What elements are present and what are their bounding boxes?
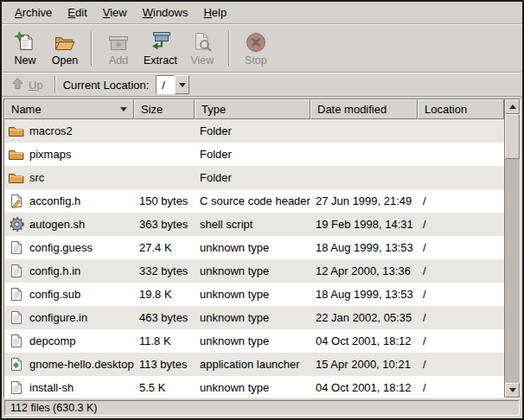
- file-size: 363 bytes: [134, 218, 195, 231]
- column-header-date-modified[interactable]: Date modified: [310, 99, 418, 119]
- file-type: unknown type: [195, 241, 310, 254]
- column-header-type[interactable]: Type: [195, 99, 310, 119]
- new-archive-icon: [14, 31, 36, 54]
- location-combobox[interactable]: /: [156, 75, 189, 94]
- file-name: pixmaps: [29, 148, 71, 161]
- file-name: autogen.sh: [29, 218, 85, 231]
- shell-script-icon: [7, 217, 26, 232]
- file-name-cell: pixmaps: [4, 148, 134, 162]
- table-row[interactable]: pixmapsFolder: [4, 143, 504, 166]
- toolbar-button-label: New: [14, 54, 35, 67]
- column-header-name[interactable]: Name: [4, 99, 134, 119]
- column-header-location[interactable]: Location: [418, 99, 504, 119]
- view-button: View: [182, 27, 222, 70]
- open-archive-icon: [54, 31, 76, 54]
- status-text: 112 files (630.3 K): [10, 402, 98, 414]
- scrollbar-track[interactable]: [505, 159, 520, 383]
- column-header-name-label: Name: [11, 103, 42, 116]
- toolbar-button-label: Extract: [144, 54, 177, 67]
- file-size: 150 bytes: [134, 194, 195, 207]
- file-date-modified: 22 Jan 2002, 05:35: [310, 311, 418, 324]
- file-list: Name Size Type Date modified Location ma…: [3, 99, 521, 398]
- table-row[interactable]: gnome-hello.desktop113 bytesapplication …: [4, 353, 504, 376]
- chevron-down-icon: [179, 83, 186, 87]
- file-name-cell: depcomp: [4, 334, 134, 348]
- file-name: gnome-hello.desktop: [29, 358, 134, 371]
- archive-manager-window: Archive Edit View Windows Help NewOpenAd…: [0, 0, 524, 420]
- open-button[interactable]: Open: [45, 27, 85, 70]
- extract-button[interactable]: Extract: [138, 27, 182, 70]
- menu-windows[interactable]: Windows: [135, 3, 196, 22]
- document-icon: [7, 264, 26, 278]
- file-location: /: [418, 311, 504, 324]
- toolbar-button-label: Add: [109, 54, 128, 67]
- table-row[interactable]: macros2Folder: [4, 119, 504, 143]
- toolbar: NewOpenAddExtractViewStop: [2, 24, 522, 73]
- file-name: depcomp: [29, 334, 75, 347]
- up-button: Up: [7, 75, 48, 94]
- table-row[interactable]: config.sub19.8 Kunknown type18 Aug 1999,…: [4, 283, 504, 306]
- file-date-modified: 12 Apr 2000, 13:36: [310, 264, 418, 277]
- file-type: Folder: [195, 171, 310, 184]
- toolbar-button-label: Open: [52, 54, 79, 67]
- file-size: 27.4 K: [134, 241, 195, 254]
- folder-icon: [7, 124, 26, 138]
- file-name-cell: autogen.sh: [4, 217, 134, 232]
- location-dropdown-button[interactable]: [175, 75, 189, 94]
- file-type: unknown type: [195, 264, 310, 277]
- column-headers: Name Size Type Date modified Location: [4, 99, 504, 119]
- file-name: config.h.in: [29, 264, 80, 277]
- menubar: Archive Edit View Windows Help: [2, 2, 522, 24]
- scrollbar-down-button[interactable]: [505, 383, 520, 398]
- file-date-modified: 27 Jun 1999, 21:49: [310, 194, 418, 207]
- file-location: /: [418, 381, 504, 394]
- file-size: 5.5 K: [134, 381, 195, 394]
- file-name-cell: src: [4, 171, 134, 185]
- file-name-cell: config.guess: [4, 240, 134, 255]
- scrollbar-thumb[interactable]: [505, 114, 520, 159]
- file-name-cell: macros2: [4, 124, 134, 138]
- file-date-modified: 19 Feb 1998, 14:31: [310, 218, 418, 231]
- location-value[interactable]: /: [156, 75, 175, 94]
- scroll-up-icon: [509, 105, 516, 109]
- file-size: 11.8 K: [134, 334, 195, 347]
- toolbar-button-label: Stop: [245, 54, 267, 67]
- status-bar: 112 files (630.3 K): [4, 400, 520, 416]
- column-header-size[interactable]: Size: [134, 99, 195, 119]
- file-name: configure.in: [29, 311, 87, 324]
- menu-view[interactable]: View: [95, 3, 135, 22]
- table-row[interactable]: configure.in463 bytesunknown type22 Jan …: [4, 306, 504, 329]
- table-row[interactable]: srcFolder: [4, 166, 504, 189]
- folder-icon: [7, 171, 26, 185]
- document-icon: [7, 240, 26, 255]
- file-name-cell: configure.in: [4, 310, 134, 325]
- table-row[interactable]: autogen.sh363 bytesshell script19 Feb 19…: [4, 213, 504, 236]
- document-icon: [7, 310, 26, 325]
- document-icon: [7, 287, 26, 302]
- location-bar-separator: [54, 76, 56, 93]
- table-row[interactable]: config.h.in332 bytesunknown type12 Apr 2…: [4, 259, 504, 283]
- c-header-file-icon: [7, 194, 26, 208]
- table-row[interactable]: acconfig.h150 bytesC source code header2…: [4, 189, 504, 213]
- file-name: config.guess: [29, 241, 93, 254]
- file-size: 19.8 K: [134, 288, 195, 301]
- add-button: Add: [99, 27, 138, 70]
- new-button[interactable]: New: [5, 27, 45, 70]
- table-row[interactable]: depcomp11.8 Kunknown type04 Oct 2001, 18…: [4, 329, 504, 353]
- file-date-modified: 04 Oct 2001, 18:12: [310, 381, 418, 394]
- up-arrow-icon: [11, 77, 24, 92]
- file-type: unknown type: [195, 381, 310, 394]
- vertical-scrollbar[interactable]: [504, 99, 520, 398]
- menu-edit[interactable]: Edit: [60, 3, 94, 22]
- file-list-main: Name Size Type Date modified Location ma…: [4, 99, 504, 398]
- file-list-body: macros2FolderpixmapsFoldersrcFolderaccon…: [4, 119, 504, 398]
- table-row[interactable]: install-sh5.5 Kunknown type04 Oct 2001, …: [4, 376, 504, 398]
- file-type: shell script: [195, 218, 310, 231]
- scrollbar-up-button[interactable]: [505, 99, 520, 114]
- folder-icon: [7, 148, 26, 162]
- file-type: unknown type: [195, 288, 310, 301]
- table-row[interactable]: config.guess27.4 Kunknown type18 Aug 199…: [4, 236, 504, 259]
- menu-help[interactable]: Help: [195, 3, 234, 22]
- menu-archive[interactable]: Archive: [7, 3, 60, 22]
- stop-button: Stop: [236, 27, 276, 70]
